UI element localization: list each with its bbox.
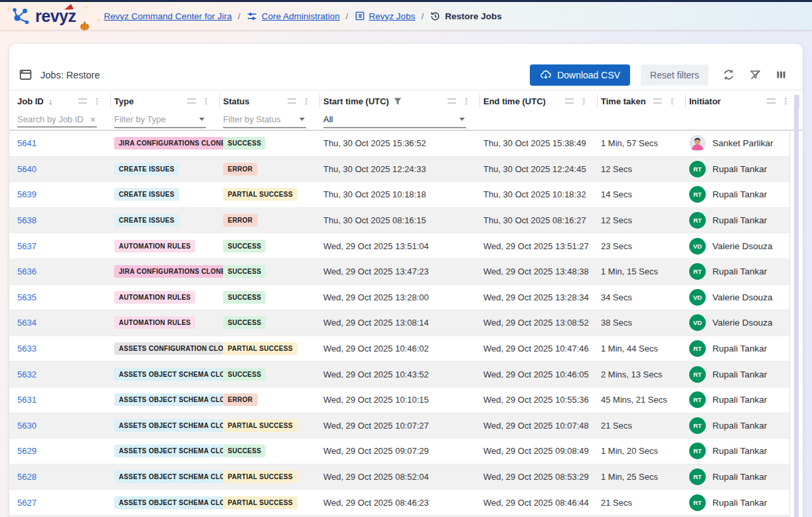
- revyz-logo[interactable]: revyz: [11, 5, 76, 27]
- refresh-button[interactable]: [722, 68, 735, 81]
- column-header-initiator[interactable]: Initiator ⋮: [689, 94, 803, 108]
- breadcrumb-separator: /: [421, 11, 424, 21]
- initials-avatar: RT: [689, 340, 706, 357]
- initiator-cell: RT Rupali Tankar: [689, 212, 789, 229]
- table-row[interactable]: 5634 AUTOMATION RULES SUCCESS Wed, 29 Oc…: [9, 310, 789, 336]
- column-drag-handle[interactable]: [187, 98, 196, 104]
- reset-filters-button[interactable]: Reset filters: [641, 64, 708, 86]
- job-id-link[interactable]: 5627: [17, 498, 37, 508]
- breadcrumb-revyz-jobs[interactable]: Revyz Jobs: [355, 11, 416, 21]
- download-csv-button[interactable]: Download CSV: [530, 64, 630, 86]
- job-type-chip: ASSETS OBJECT SCHEMA CLONE: [114, 470, 223, 483]
- type-filter-select[interactable]: Filter by Type: [114, 112, 206, 128]
- table-row[interactable]: 5638 CREATE ISSUES ERROR Thu, 30 Oct 202…: [9, 208, 789, 234]
- table-row[interactable]: 5629 ASSETS OBJECT SCHEMA CLONE SUCCESS …: [9, 439, 789, 465]
- table-row[interactable]: 5639 CREATE ISSUES PARTIAL SUCCESS Thu, …: [9, 182, 789, 208]
- avatar: VD: [689, 238, 706, 255]
- table-row[interactable]: 5632 ASSETS OBJECT SCHEMA CLONE SUCCESS …: [9, 362, 789, 387]
- vertical-scrollbar[interactable]: [794, 94, 799, 517]
- start-time-cell: Wed, 29 Oct 2025 10:43:52: [323, 369, 483, 379]
- breadcrumb-core-administration[interactable]: Core Administration: [246, 11, 340, 22]
- column-drag-handle[interactable]: [767, 98, 775, 104]
- table-row[interactable]: 5641 JIRA CONFIGURATIONS CLONE SUCCESS T…: [9, 131, 789, 157]
- status-badge: SUCCESS: [223, 137, 266, 150]
- column-menu-icon[interactable]: ⋮: [580, 97, 588, 106]
- initials-avatar: RT: [689, 186, 706, 203]
- column-drag-handle[interactable]: [78, 98, 87, 104]
- job-id-link[interactable]: 5631: [17, 395, 37, 405]
- job-type-chip: ASSETS CONFIGURATION CLONE: [114, 342, 223, 355]
- table-header-row: Job ID ↓ ⋮ Type ⋮ Status ⋮ Start time (U…: [9, 92, 803, 110]
- column-menu-icon[interactable]: ⋮: [781, 97, 790, 106]
- column-header-time-taken[interactable]: Time taken ⋮: [601, 94, 689, 108]
- column-menu-icon[interactable]: ⋮: [302, 97, 311, 106]
- start-time-filter-select[interactable]: All: [323, 112, 466, 128]
- avatar: RT: [689, 263, 706, 280]
- initials-avatar: VD: [689, 238, 706, 255]
- initiator-name: Rupali Tankar: [712, 344, 767, 354]
- table-row[interactable]: 5633 ASSETS CONFIGURATION CLONE PARTIAL …: [9, 336, 789, 362]
- breadcrumb-command-center[interactable]: Revyz Command Center for Jira: [104, 11, 232, 21]
- status-badge: SUCCESS: [223, 368, 266, 381]
- time-taken-cell: 1 Min, 25 Secs: [601, 472, 689, 482]
- initiator-cell: RT Rupali Tankar: [689, 186, 789, 203]
- job-id-link[interactable]: 5628: [17, 472, 37, 482]
- job-id-link[interactable]: 5632: [17, 369, 37, 379]
- table-row[interactable]: 5637 AUTOMATION RULES SUCCESS Wed, 29 Oc…: [9, 233, 789, 259]
- job-id-link[interactable]: 5633: [17, 344, 37, 354]
- user-photo-avatar: [689, 135, 706, 152]
- job-id-link[interactable]: 5638: [17, 215, 37, 225]
- initiator-name: Valerie Dsouza: [712, 292, 773, 302]
- pumpkin-icon: [80, 21, 90, 31]
- avatar: RT: [689, 468, 706, 485]
- job-id-link[interactable]: 5629: [17, 446, 37, 456]
- job-id-link[interactable]: 5636: [17, 266, 37, 276]
- job-id-link[interactable]: 5639: [17, 189, 37, 199]
- time-taken-cell: 1 Min, 15 Secs: [601, 266, 689, 276]
- sparkle-icon: [96, 17, 102, 23]
- column-drag-handle[interactable]: [287, 98, 296, 104]
- status-badge: SUCCESS: [223, 291, 266, 304]
- clear-search-icon[interactable]: ×: [90, 114, 96, 125]
- end-time-cell: Thu, 30 Oct 2025 12:24:45: [483, 164, 601, 174]
- job-id-link[interactable]: 5641: [17, 138, 37, 148]
- columns-button[interactable]: [775, 69, 787, 80]
- column-menu-icon[interactable]: ⋮: [462, 97, 471, 106]
- avatar: RT: [689, 443, 706, 459]
- column-menu-icon[interactable]: ⋮: [93, 97, 102, 106]
- table-row[interactable]: 5635 AUTOMATION RULES SUCCESS Wed, 29 Oc…: [9, 285, 789, 311]
- initiator-name: Rupali Tankar: [712, 498, 767, 508]
- table-row[interactable]: 5628 ASSETS OBJECT SCHEMA CLONE PARTIAL …: [9, 465, 789, 490]
- job-id-link[interactable]: 5640: [17, 164, 37, 174]
- job-type-chip: ASSETS OBJECT SCHEMA CLONE: [114, 496, 223, 509]
- job-id-link[interactable]: 5634: [17, 318, 37, 328]
- clear-filters-button[interactable]: [749, 68, 762, 81]
- end-time-cell: Wed, 29 Oct 2025 13:08:52: [483, 318, 601, 328]
- status-badge: PARTIAL SUCCESS: [223, 342, 297, 355]
- table-row[interactable]: 5630 ASSETS OBJECT SCHEMA CLONE PARTIAL …: [9, 413, 789, 439]
- job-id-link[interactable]: 5635: [17, 292, 37, 302]
- column-menu-icon[interactable]: ⋮: [668, 97, 677, 106]
- table-row[interactable]: 5636 JIRA CONFIGURATIONS CLONE SUCCESS W…: [9, 259, 789, 285]
- initials-avatar: RT: [689, 443, 706, 459]
- table-row[interactable]: 5640 CREATE ISSUES ERROR Thu, 30 Oct 202…: [9, 157, 789, 183]
- column-drag-handle[interactable]: [447, 98, 456, 104]
- column-header-job-id[interactable]: Job ID ↓ ⋮: [17, 94, 114, 108]
- column-header-status[interactable]: Status ⋮: [223, 94, 323, 108]
- column-drag-handle[interactable]: [653, 98, 662, 104]
- status-filter-select[interactable]: Filter by Status: [223, 112, 306, 128]
- table-row[interactable]: 5631 ASSETS OBJECT SCHEMA CLONE ERROR We…: [9, 387, 789, 413]
- table-row[interactable]: 5627 ASSETS OBJECT SCHEMA CLONE PARTIAL …: [9, 490, 789, 516]
- job-id-link[interactable]: 5637: [17, 241, 37, 251]
- column-header-end-time[interactable]: End time (UTC) ⋮: [483, 94, 601, 108]
- column-header-start-time[interactable]: Start time (UTC) ⋮: [323, 94, 483, 108]
- column-menu-icon[interactable]: ⋮: [202, 97, 210, 106]
- initiator-name: Rupali Tankar: [712, 446, 767, 456]
- job-id-link[interactable]: 5630: [17, 421, 37, 431]
- top-header-bar: revyz Revyz Command Center for Jira / Co…: [0, 0, 812, 30]
- column-drag-handle[interactable]: [565, 98, 574, 104]
- sort-desc-icon[interactable]: ↓: [48, 96, 53, 106]
- job-id-search-input[interactable]: [17, 112, 97, 128]
- initiator-cell: RT Rupali Tankar: [689, 366, 789, 383]
- column-header-type[interactable]: Type ⋮: [114, 94, 223, 108]
